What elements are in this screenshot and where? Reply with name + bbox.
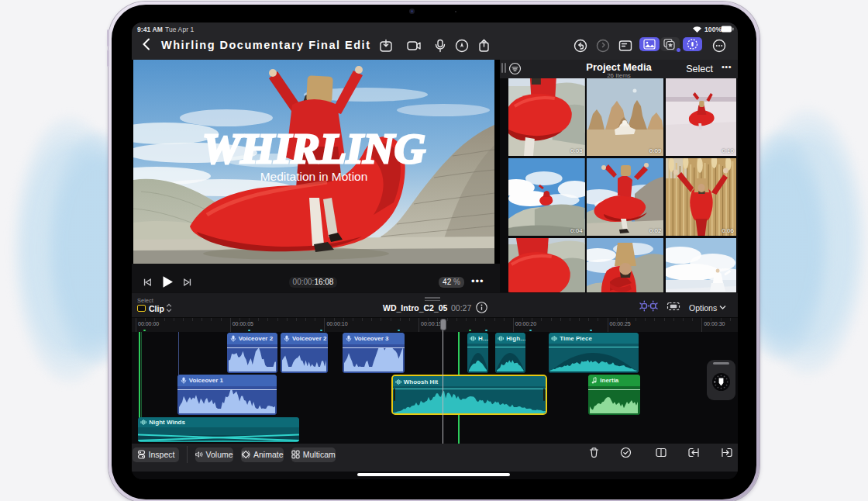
svg-text:WHIRLING: WHIRLING <box>202 126 425 172</box>
svg-text:Meditation in Motion: Meditation in Motion <box>260 170 368 183</box>
